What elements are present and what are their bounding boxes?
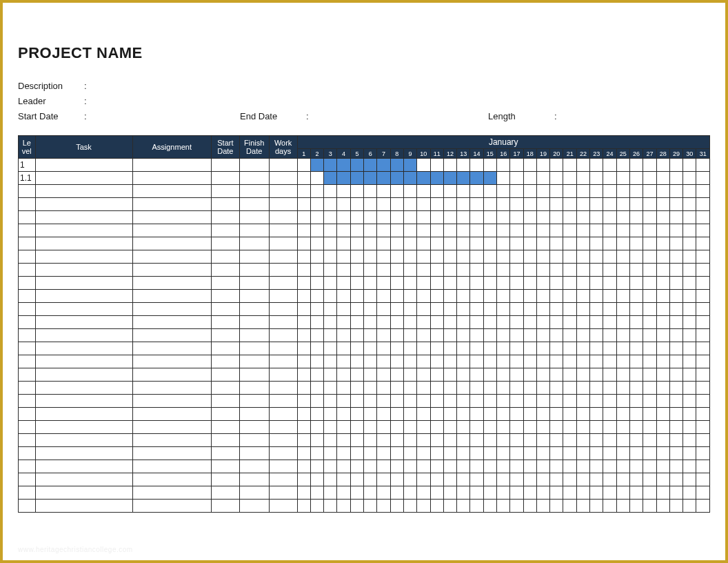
header-day-8: 8: [390, 149, 403, 159]
cell-day: [563, 447, 576, 460]
cell-day: [590, 316, 603, 329]
cell-empty: [269, 211, 297, 224]
cell-empty: [132, 500, 211, 513]
cell-day: [443, 185, 456, 198]
cell-day: [550, 434, 563, 447]
cell-day: [403, 500, 416, 513]
cell-day: [656, 408, 669, 421]
cell-empty: [211, 237, 239, 250]
cell-day: [669, 198, 682, 211]
cell-day: [603, 316, 616, 329]
cell-empty: [132, 185, 211, 198]
cell-day: [297, 447, 310, 460]
cell-day: [696, 250, 710, 264]
cell-day: [616, 329, 629, 342]
cell-day: [324, 421, 337, 434]
cell-day: [324, 368, 337, 382]
cell-day: [297, 342, 310, 355]
cell-day: [629, 408, 643, 421]
cell-day: [377, 211, 390, 224]
cell-day: [310, 473, 323, 486]
cell-empty: [132, 408, 211, 421]
cell-day: [683, 185, 696, 198]
cell-day: [563, 237, 576, 250]
cell-day: [324, 434, 337, 447]
header-day-29: 29: [669, 149, 682, 159]
cell-day: [377, 421, 390, 434]
cell-day: [576, 421, 589, 434]
cell-day: [696, 382, 710, 395]
cell-empty: [132, 434, 211, 447]
cell-day: [337, 211, 350, 224]
cell-day: [696, 408, 710, 421]
cell-day: [643, 447, 656, 460]
header-assignment: Assignment: [132, 136, 211, 159]
cell-day: [364, 421, 377, 434]
cell-day: [523, 159, 536, 172]
cell-day: [563, 277, 576, 290]
cell-empty: [239, 368, 269, 382]
table-row: [19, 329, 710, 342]
gantt-bar-cell: [483, 172, 496, 185]
cell-day: [656, 460, 669, 473]
cell-level: [19, 355, 36, 368]
cell-day: [510, 500, 523, 513]
table-row: [19, 421, 710, 434]
cell-day: [297, 460, 310, 473]
cell-day: [364, 368, 377, 382]
gantt-bar-cell: [430, 172, 443, 185]
cell-empty: [132, 250, 211, 264]
cell-day: [430, 368, 443, 382]
cell-day: [510, 447, 523, 460]
cell-day: [457, 342, 470, 355]
cell-day: [563, 434, 576, 447]
cell-level: [19, 395, 36, 408]
cell-day: [629, 224, 643, 237]
cell-day: [523, 185, 536, 198]
cell-day: [483, 198, 496, 211]
cell-day: [550, 198, 563, 211]
cell-day: [324, 329, 337, 342]
cell-level: [19, 447, 36, 460]
meta-description-label: Description: [18, 79, 84, 94]
cell-day: [563, 329, 576, 342]
cell-day: [377, 277, 390, 290]
cell-day: [629, 434, 643, 447]
cell-day: [310, 250, 323, 264]
cell-empty: [269, 500, 297, 513]
meta-colon: :: [84, 79, 92, 94]
cell-day: [390, 500, 403, 513]
header-day-22: 22: [576, 149, 589, 159]
cell-day: [576, 395, 589, 408]
cell-day: [497, 434, 510, 447]
cell-day: [470, 277, 483, 290]
cell-empty: [132, 486, 211, 500]
cell-day: [417, 460, 430, 473]
cell-day: [550, 408, 563, 421]
cell-day: [377, 290, 390, 303]
header-level: Le vel: [19, 136, 36, 159]
cell-day: [669, 421, 682, 434]
cell-empty: [35, 355, 132, 368]
cell-day: [629, 198, 643, 211]
cell-day: [430, 159, 443, 172]
cell-day: [616, 159, 629, 172]
cell-day: [563, 185, 576, 198]
table-row: [19, 486, 710, 500]
cell-day: [310, 447, 323, 460]
cell-day: [629, 382, 643, 395]
cell-day: [629, 159, 643, 172]
cell-day: [470, 250, 483, 264]
cell-day: [696, 355, 710, 368]
document-frame: PROJECT NAME Description : Leader : Star…: [0, 0, 728, 563]
cell-empty: [269, 368, 297, 382]
cell-day: [324, 198, 337, 211]
cell-day: [683, 500, 696, 513]
cell-day: [350, 264, 363, 277]
cell-day: [616, 408, 629, 421]
cell-day: [523, 277, 536, 290]
cell-day: [629, 211, 643, 224]
cell-day: [390, 342, 403, 355]
cell-empty: [239, 500, 269, 513]
cell-day: [364, 408, 377, 421]
